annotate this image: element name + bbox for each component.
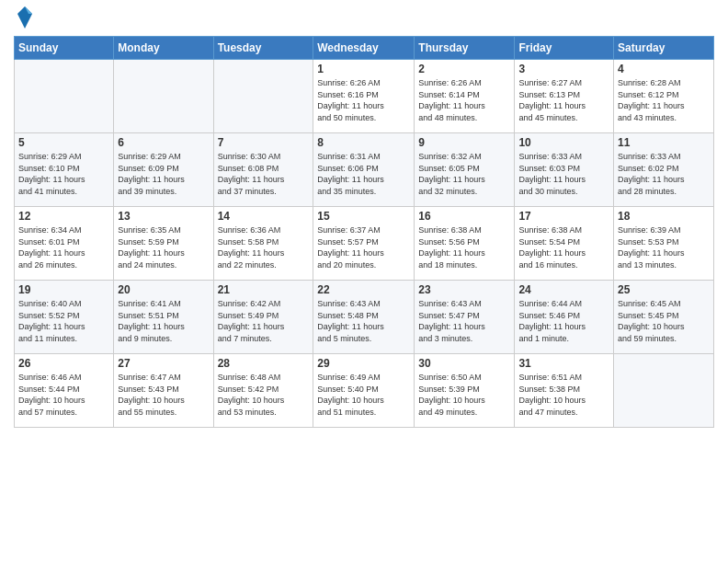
day-number: 15 bbox=[317, 210, 410, 223]
day-info: Sunrise: 6:35 AM Sunset: 5:59 PM Dayligh… bbox=[118, 224, 209, 270]
day-info: Sunrise: 6:33 AM Sunset: 6:03 PM Dayligh… bbox=[518, 151, 609, 197]
day-number: 2 bbox=[418, 63, 510, 75]
day-cell bbox=[15, 60, 114, 133]
day-info: Sunrise: 6:26 AM Sunset: 6:16 PM Dayligh… bbox=[317, 77, 410, 123]
day-cell: 21Sunrise: 6:42 AM Sunset: 5:49 PM Dayli… bbox=[213, 281, 313, 354]
day-info: Sunrise: 6:47 AM Sunset: 5:43 PM Dayligh… bbox=[118, 372, 209, 418]
day-number: 5 bbox=[18, 136, 109, 149]
day-number: 14 bbox=[218, 210, 310, 223]
day-number: 8 bbox=[317, 136, 410, 149]
day-info: Sunrise: 6:40 AM Sunset: 5:52 PM Dayligh… bbox=[18, 298, 109, 344]
page: SundayMondayTuesdayWednesdayThursdayFrid… bbox=[0, 0, 728, 563]
day-info: Sunrise: 6:27 AM Sunset: 6:13 PM Dayligh… bbox=[518, 77, 609, 123]
day-number: 11 bbox=[618, 136, 710, 149]
day-number: 9 bbox=[418, 136, 510, 149]
day-cell: 25Sunrise: 6:45 AM Sunset: 5:45 PM Dayli… bbox=[614, 281, 714, 354]
day-cell bbox=[614, 354, 714, 428]
day-cell: 28Sunrise: 6:48 AM Sunset: 5:42 PM Dayli… bbox=[213, 354, 313, 428]
weekday-header-sunday: Sunday bbox=[15, 37, 114, 60]
day-cell: 8Sunrise: 6:31 AM Sunset: 6:06 PM Daylig… bbox=[313, 133, 415, 207]
day-info: Sunrise: 6:26 AM Sunset: 6:14 PM Dayligh… bbox=[418, 77, 510, 123]
day-number: 17 bbox=[518, 210, 609, 223]
weekday-header-thursday: Thursday bbox=[415, 37, 515, 60]
day-cell: 23Sunrise: 6:43 AM Sunset: 5:47 PM Dayli… bbox=[415, 281, 515, 354]
svg-marker-0 bbox=[17, 6, 32, 29]
header bbox=[14, 9, 714, 30]
day-info: Sunrise: 6:38 AM Sunset: 5:54 PM Dayligh… bbox=[518, 224, 609, 270]
logo-icon bbox=[16, 5, 34, 30]
day-info: Sunrise: 6:30 AM Sunset: 6:08 PM Dayligh… bbox=[218, 151, 310, 197]
day-cell: 31Sunrise: 6:51 AM Sunset: 5:38 PM Dayli… bbox=[515, 354, 614, 428]
day-cell: 22Sunrise: 6:43 AM Sunset: 5:48 PM Dayli… bbox=[313, 281, 415, 354]
day-cell: 5Sunrise: 6:29 AM Sunset: 6:10 PM Daylig… bbox=[15, 133, 114, 207]
day-cell bbox=[114, 60, 213, 133]
day-info: Sunrise: 6:37 AM Sunset: 5:57 PM Dayligh… bbox=[317, 224, 410, 270]
logo-area bbox=[14, 9, 34, 30]
day-cell: 14Sunrise: 6:36 AM Sunset: 5:58 PM Dayli… bbox=[213, 207, 313, 281]
day-number: 26 bbox=[18, 357, 109, 370]
day-number: 6 bbox=[118, 136, 209, 149]
day-number: 7 bbox=[218, 136, 310, 149]
day-info: Sunrise: 6:29 AM Sunset: 6:10 PM Dayligh… bbox=[18, 151, 109, 197]
day-info: Sunrise: 6:33 AM Sunset: 6:02 PM Dayligh… bbox=[618, 151, 710, 197]
day-cell: 3Sunrise: 6:27 AM Sunset: 6:13 PM Daylig… bbox=[515, 60, 614, 133]
weekday-header-wednesday: Wednesday bbox=[313, 37, 415, 60]
logo-text bbox=[14, 9, 34, 30]
calendar-table: SundayMondayTuesdayWednesdayThursdayFrid… bbox=[14, 36, 714, 428]
day-number: 27 bbox=[118, 357, 209, 370]
weekday-header-row: SundayMondayTuesdayWednesdayThursdayFrid… bbox=[15, 37, 714, 60]
day-info: Sunrise: 6:51 AM Sunset: 5:38 PM Dayligh… bbox=[518, 372, 609, 418]
day-cell: 24Sunrise: 6:44 AM Sunset: 5:46 PM Dayli… bbox=[515, 281, 614, 354]
day-cell: 17Sunrise: 6:38 AM Sunset: 5:54 PM Dayli… bbox=[515, 207, 614, 281]
day-info: Sunrise: 6:39 AM Sunset: 5:53 PM Dayligh… bbox=[618, 224, 710, 270]
day-number: 24 bbox=[518, 283, 609, 296]
weekday-header-saturday: Saturday bbox=[614, 37, 714, 60]
day-number: 13 bbox=[118, 210, 209, 223]
day-info: Sunrise: 6:46 AM Sunset: 5:44 PM Dayligh… bbox=[18, 372, 109, 418]
day-info: Sunrise: 6:43 AM Sunset: 5:48 PM Dayligh… bbox=[317, 298, 410, 344]
day-number: 20 bbox=[118, 283, 209, 296]
day-cell: 6Sunrise: 6:29 AM Sunset: 6:09 PM Daylig… bbox=[114, 133, 213, 207]
day-info: Sunrise: 6:29 AM Sunset: 6:09 PM Dayligh… bbox=[118, 151, 209, 197]
day-number: 12 bbox=[18, 210, 109, 223]
day-cell: 4Sunrise: 6:28 AM Sunset: 6:12 PM Daylig… bbox=[614, 60, 714, 133]
day-cell: 1Sunrise: 6:26 AM Sunset: 6:16 PM Daylig… bbox=[313, 60, 415, 133]
day-info: Sunrise: 6:38 AM Sunset: 5:56 PM Dayligh… bbox=[418, 224, 510, 270]
day-cell: 13Sunrise: 6:35 AM Sunset: 5:59 PM Dayli… bbox=[114, 207, 213, 281]
day-info: Sunrise: 6:50 AM Sunset: 5:39 PM Dayligh… bbox=[418, 372, 510, 418]
week-row-5: 26Sunrise: 6:46 AM Sunset: 5:44 PM Dayli… bbox=[15, 354, 714, 428]
day-cell: 26Sunrise: 6:46 AM Sunset: 5:44 PM Dayli… bbox=[15, 354, 114, 428]
day-cell: 16Sunrise: 6:38 AM Sunset: 5:56 PM Dayli… bbox=[415, 207, 515, 281]
weekday-header-monday: Monday bbox=[114, 37, 213, 60]
day-info: Sunrise: 6:36 AM Sunset: 5:58 PM Dayligh… bbox=[218, 224, 310, 270]
day-cell: 10Sunrise: 6:33 AM Sunset: 6:03 PM Dayli… bbox=[515, 133, 614, 207]
week-row-4: 19Sunrise: 6:40 AM Sunset: 5:52 PM Dayli… bbox=[15, 281, 714, 354]
day-info: Sunrise: 6:34 AM Sunset: 6:01 PM Dayligh… bbox=[18, 224, 109, 270]
day-cell: 15Sunrise: 6:37 AM Sunset: 5:57 PM Dayli… bbox=[313, 207, 415, 281]
day-number: 10 bbox=[518, 136, 609, 149]
day-number: 3 bbox=[518, 63, 609, 75]
day-cell: 18Sunrise: 6:39 AM Sunset: 5:53 PM Dayli… bbox=[614, 207, 714, 281]
day-number: 19 bbox=[18, 283, 109, 296]
day-cell: 11Sunrise: 6:33 AM Sunset: 6:02 PM Dayli… bbox=[614, 133, 714, 207]
day-cell bbox=[213, 60, 313, 133]
day-cell: 27Sunrise: 6:47 AM Sunset: 5:43 PM Dayli… bbox=[114, 354, 213, 428]
day-number: 28 bbox=[218, 357, 310, 370]
day-number: 23 bbox=[418, 283, 510, 296]
day-cell: 29Sunrise: 6:49 AM Sunset: 5:40 PM Dayli… bbox=[313, 354, 415, 428]
day-info: Sunrise: 6:44 AM Sunset: 5:46 PM Dayligh… bbox=[518, 298, 609, 344]
day-cell: 9Sunrise: 6:32 AM Sunset: 6:05 PM Daylig… bbox=[415, 133, 515, 207]
day-number: 25 bbox=[618, 283, 710, 296]
day-number: 4 bbox=[618, 63, 710, 75]
day-number: 22 bbox=[317, 283, 410, 296]
day-info: Sunrise: 6:43 AM Sunset: 5:47 PM Dayligh… bbox=[418, 298, 510, 344]
day-info: Sunrise: 6:32 AM Sunset: 6:05 PM Dayligh… bbox=[418, 151, 510, 197]
day-info: Sunrise: 6:28 AM Sunset: 6:12 PM Dayligh… bbox=[618, 77, 710, 123]
weekday-header-friday: Friday bbox=[515, 37, 614, 60]
day-number: 18 bbox=[618, 210, 710, 223]
day-number: 16 bbox=[418, 210, 510, 223]
day-number: 21 bbox=[218, 283, 310, 296]
day-number: 1 bbox=[317, 63, 410, 75]
day-number: 31 bbox=[518, 357, 609, 370]
day-info: Sunrise: 6:41 AM Sunset: 5:51 PM Dayligh… bbox=[118, 298, 209, 344]
